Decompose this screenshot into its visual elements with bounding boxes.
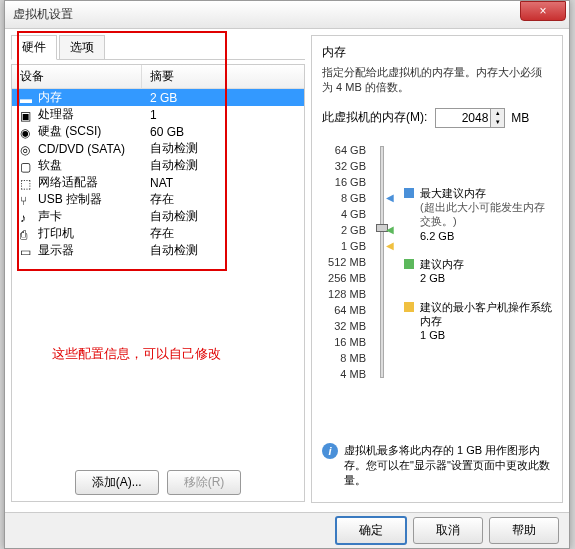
marker-rec-icon: ◀ [386, 224, 394, 235]
memory-desc: 指定分配给此虚拟机的内存量。内存大小必须为 4 MB 的倍数。 [322, 65, 552, 96]
tick-label: 4 GB [322, 206, 366, 222]
window-title: 虚拟机设置 [13, 6, 73, 23]
net-icon: ⬚ [20, 177, 34, 189]
usb-icon: ⑂ [20, 194, 34, 206]
legend-rec-label: 建议内存 [420, 257, 464, 271]
tab-options[interactable]: 选项 [59, 35, 105, 59]
marker-min-icon: ◀ [386, 240, 394, 251]
info-text: 虚拟机最多将此内存的 1 GB 用作图形内存。您可以在"显示器"设置页面中更改此… [344, 443, 552, 488]
tick-label: 16 MB [322, 334, 366, 350]
ok-button[interactable]: 确定 [335, 516, 407, 545]
header-device: 设备 [12, 65, 142, 88]
legend-max-label: 最大建议内存 [420, 186, 552, 200]
legend-min-label: 建议的最小客户机操作系统内存 [420, 300, 552, 329]
add-button[interactable]: 添加(A)... [75, 470, 159, 495]
device-name: 硬盘 (SCSI) [38, 123, 101, 140]
legend-min-value: 1 GB [420, 328, 552, 342]
slider-area: 64 GB32 GB16 GB8 GB4 GB2 GB1 GB512 MB256… [322, 142, 552, 382]
info-area: i 虚拟机最多将此内存的 1 GB 用作图形内存。您可以在"显示器"设置页面中更… [322, 443, 552, 488]
slider-track[interactable]: ◀ ◀ ◀ [370, 142, 398, 382]
tick-label: 32 MB [322, 318, 366, 334]
tick-label: 128 MB [322, 286, 366, 302]
legend-rec-color [404, 259, 414, 269]
legend-max-sub: (超出此大小可能发生内存交换。) [420, 200, 552, 229]
display-icon: ▭ [20, 245, 34, 257]
disk-icon: ◉ [20, 126, 34, 138]
tick-label: 256 MB [322, 270, 366, 286]
close-button[interactable]: × [520, 1, 566, 21]
tick-label: 4 MB [322, 366, 366, 382]
content-area: 硬件 选项 设备 摘要 ▬内存2 GB▣处理器1◉硬盘 (SCSI)60 GB◎… [5, 29, 569, 509]
printer-icon: ⎙ [20, 228, 34, 240]
cancel-button[interactable]: 取消 [413, 517, 483, 544]
tabs: 硬件 选项 [11, 35, 305, 60]
memory-input-row: 此虚拟机的内存(M): ▲▼ MB [322, 108, 552, 128]
cpu-icon: ▣ [20, 109, 34, 121]
tick-label: 512 MB [322, 254, 366, 270]
marker-max-icon: ◀ [386, 192, 394, 203]
tick-label: 2 GB [322, 222, 366, 238]
legend-max-color [404, 188, 414, 198]
left-panel: 硬件 选项 设备 摘要 ▬内存2 GB▣处理器1◉硬盘 (SCSI)60 GB◎… [11, 35, 305, 503]
spinner-up-icon[interactable]: ▲ [491, 109, 504, 118]
tick-label: 8 GB [322, 190, 366, 206]
sound-icon: ♪ [20, 211, 34, 223]
memory-spinner[interactable]: ▲▼ [491, 108, 505, 128]
left-buttons: 添加(A)... 移除(R) [12, 470, 304, 495]
track-line [380, 146, 384, 378]
legend: 最大建议内存 (超出此大小可能发生内存交换。) 6.2 GB 建议内存 2 GB [404, 142, 552, 382]
remove-button[interactable]: 移除(R) [167, 470, 242, 495]
tick-label: 32 GB [322, 158, 366, 174]
legend-min: 建议的最小客户机操作系统内存 1 GB [404, 300, 552, 343]
legend-rec: 建议内存 2 GB [404, 257, 552, 286]
annotation-note: 这些配置信息，可以自己修改 [52, 345, 221, 363]
memory-input[interactable] [435, 108, 491, 128]
memory-unit: MB [511, 111, 529, 125]
legend-max-value: 6.2 GB [420, 229, 552, 243]
legend-rec-value: 2 GB [420, 271, 464, 285]
legend-max: 最大建议内存 (超出此大小可能发生内存交换。) 6.2 GB [404, 186, 552, 243]
spinner-down-icon[interactable]: ▼ [491, 118, 504, 127]
info-icon: i [322, 443, 338, 459]
device-name: 显示器 [38, 242, 74, 259]
floppy-icon: ▢ [20, 160, 34, 172]
footer: 确定 取消 帮助 [5, 512, 569, 548]
header-summary: 摘要 [142, 65, 304, 88]
tick-label: 16 GB [322, 174, 366, 190]
device-summary: 自动检测 [142, 239, 304, 262]
right-panel: 内存 指定分配给此虚拟机的内存量。内存大小必须为 4 MB 的倍数。 此虚拟机的… [311, 35, 563, 503]
cd-icon: ◎ [20, 143, 34, 155]
tab-hardware[interactable]: 硬件 [11, 35, 57, 60]
tick-label: 64 MB [322, 302, 366, 318]
table-row[interactable]: ▭显示器自动检测 [12, 242, 304, 259]
tick-label: 8 MB [322, 350, 366, 366]
tick-labels: 64 GB32 GB16 GB8 GB4 GB2 GB1 GB512 MB256… [322, 142, 366, 382]
settings-window: 虚拟机设置 × 硬件 选项 设备 摘要 ▬内存2 GB▣处理器1◉硬盘 (SCS… [4, 0, 570, 549]
tick-label: 1 GB [322, 238, 366, 254]
memory-input-label: 此虚拟机的内存(M): [322, 109, 427, 126]
memory-icon: ▬ [20, 92, 34, 104]
device-table: 设备 摘要 ▬内存2 GB▣处理器1◉硬盘 (SCSI)60 GB◎CD/DVD… [11, 64, 305, 502]
help-button[interactable]: 帮助 [489, 517, 559, 544]
legend-min-color [404, 302, 414, 312]
table-body: ▬内存2 GB▣处理器1◉硬盘 (SCSI)60 GB◎CD/DVD (SATA… [12, 89, 304, 259]
tick-label: 64 GB [322, 142, 366, 158]
titlebar: 虚拟机设置 × [5, 1, 569, 29]
memory-title: 内存 [322, 44, 552, 61]
